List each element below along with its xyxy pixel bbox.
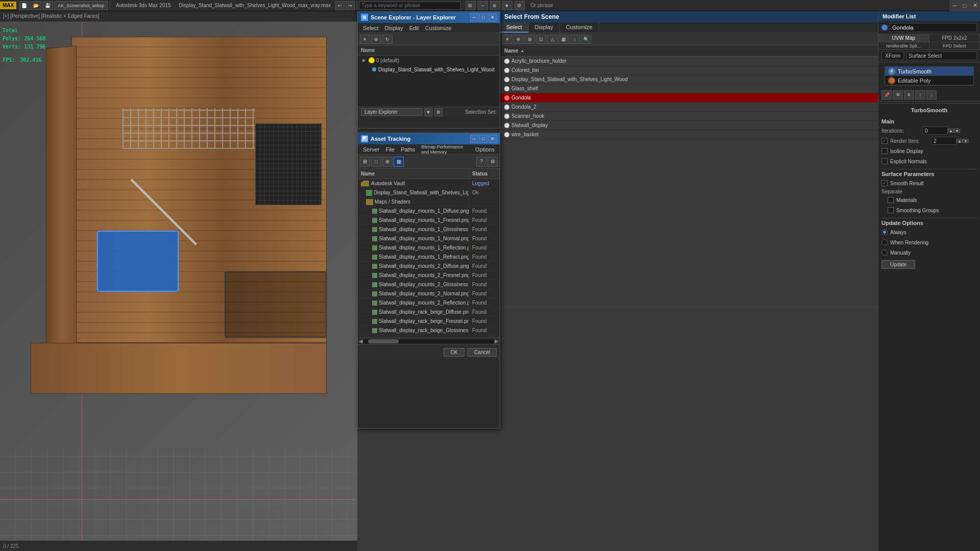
stack-delete-btn[interactable]: ✕: [904, 90, 914, 99]
le-layer-0[interactable]: ▶ 0 (default): [358, 56, 500, 65]
le-tool-3[interactable]: ↻: [382, 35, 393, 44]
scroll-track[interactable]: [363, 339, 495, 343]
sfs-tool-5[interactable]: △: [547, 35, 557, 44]
mod-tab-fpd[interactable]: FPD 2x2x2: [929, 34, 981, 42]
redo-btn[interactable]: ↪: [346, 1, 355, 10]
at-btn-3[interactable]: ⊕: [382, 157, 393, 167]
le-menu-edit[interactable]: Edit: [406, 23, 422, 33]
at-row-tex-0[interactable]: Slatwall_display_mounts_1_Diffuse.png Fo…: [358, 207, 500, 216]
at-settings-btn[interactable]: ⚙: [487, 157, 498, 167]
update-btn[interactable]: Update: [881, 260, 915, 269]
le-layer-1[interactable]: Display_Stand_Slatwall_with_Shelves_Ligh…: [358, 65, 500, 74]
iterations-down[interactable]: ▼: [954, 129, 960, 133]
mode-btn-1[interactable]: ⊞: [465, 1, 476, 10]
materials-checkbox[interactable]: [888, 197, 894, 203]
new-btn[interactable]: 📄: [19, 1, 30, 10]
scroll-thumb[interactable]: [368, 339, 399, 343]
viewport-canvas[interactable]: Total Polys: 264 568 Verts: 131 796 FPS:…: [0, 21, 357, 551]
close-btn[interactable]: ✕: [970, 0, 980, 11]
mod-subtab-2[interactable]: FPD Select: [929, 42, 981, 49]
at-row-tex-12[interactable]: Slatwall_display_rack_beige_Fresnel.png …: [358, 317, 500, 326]
undo-btn[interactable]: ↩: [335, 1, 345, 10]
sfs-tool-7[interactable]: ↕: [570, 35, 580, 44]
at-row-tex-5[interactable]: Slatwall_display_mounts_1_Refract.png Fo…: [358, 253, 500, 262]
sfs-tool-6[interactable]: ▦: [558, 35, 569, 44]
open-btn[interactable]: 📂: [31, 1, 41, 10]
at-row-vault[interactable]: Autodesk Vault Logged: [358, 179, 500, 188]
sfs-tab-select[interactable]: Select: [500, 22, 529, 33]
smooth-result-checkbox[interactable]: ✓: [881, 180, 888, 186]
layer-explorer-titlebar[interactable]: ⊞ Scene Explorer - Layer Explorer ─ □ ✕: [358, 12, 500, 23]
at-btn-1[interactable]: ⊞: [360, 157, 370, 167]
mode-btn-2[interactable]: ↔: [478, 1, 488, 10]
le-dropdown[interactable]: Layer Explorer: [361, 108, 422, 116]
smoothing-checkbox[interactable]: [888, 207, 894, 213]
at-row-tex-9[interactable]: Slatwall_display_mounts_2_Normal.png Fou…: [358, 289, 500, 298]
at-btn-2[interactable]: □: [371, 157, 381, 167]
stack-pin-btn[interactable]: 📌: [881, 90, 892, 99]
mod-subtab-1[interactable]: renderable Spli...: [878, 42, 929, 49]
always-radio[interactable]: [881, 229, 888, 235]
at-row-tex-14[interactable]: Slatwall_display_rack_beige_Reflection.p…: [358, 335, 500, 337]
le-menu-select[interactable]: Select: [360, 23, 382, 33]
keyword-search[interactable]: [359, 2, 461, 10]
sfs-tab-display[interactable]: Display: [529, 22, 560, 33]
at-menu-paths[interactable]: Paths: [398, 144, 418, 154]
mode-btn-5[interactable]: ⚙: [514, 1, 525, 10]
render-iters-up[interactable]: ▲: [957, 139, 963, 143]
maximize-btn[interactable]: □: [960, 0, 970, 11]
at-scroll-area[interactable]: Autodesk Vault Logged Display_Stand_Slat…: [358, 179, 500, 337]
le-tool-1[interactable]: ✕: [360, 35, 370, 44]
scroll-left-btn[interactable]: ◀: [359, 338, 363, 344]
mod-stack-turbosmooth[interactable]: ⚡ TurboSmooth: [885, 67, 973, 76]
at-maximize[interactable]: □: [479, 135, 487, 143]
stack-move-down-btn[interactable]: ↓: [926, 90, 937, 99]
at-btn-4[interactable]: ▦: [394, 157, 404, 167]
at-menu-bitmap[interactable]: Bitmap Performance and Memory: [418, 144, 472, 154]
render-iters-down[interactable]: ▼: [963, 139, 969, 143]
at-help-btn[interactable]: ?: [476, 157, 486, 167]
at-row-tex-13[interactable]: Slatwall_display_rack_beige_Glossiness.p…: [358, 326, 500, 335]
at-scrollbar-h[interactable]: ◀ ▶: [358, 337, 500, 344]
le-tool-2[interactable]: ⊕: [371, 35, 381, 44]
at-row-tex-11[interactable]: Slatwall_display_rack_beige_Diffuse.png …: [358, 308, 500, 317]
sfs-tab-customize[interactable]: Customize: [560, 22, 599, 33]
save-btn[interactable]: 💾: [42, 1, 53, 10]
sfs-tool-3[interactable]: ⊞: [525, 35, 535, 44]
xform-btn[interactable]: XForm: [881, 52, 904, 60]
when-rendering-radio[interactable]: [881, 239, 888, 245]
render-iters-input[interactable]: [931, 137, 957, 145]
at-close[interactable]: ✕: [488, 135, 497, 143]
explicit-normals-checkbox[interactable]: [881, 158, 888, 164]
mode-btn-3[interactable]: ⊕: [490, 1, 500, 10]
screenshot-btn[interactable]: AK_Screenshot_wrksp: [54, 1, 108, 10]
at-menu-file[interactable]: File: [382, 144, 398, 154]
at-row-tex-10[interactable]: Slatwall_display_mounts_2_Reflection.png…: [358, 298, 500, 308]
iterations-input[interactable]: [922, 127, 948, 135]
stack-show-btn[interactable]: 👁: [893, 90, 903, 99]
expand-icon-0[interactable]: ▶: [361, 57, 367, 63]
le-menu-display[interactable]: Display: [382, 23, 406, 33]
at-row-tex-6[interactable]: Slatwall_display_mounts_2_Diffuse.png Fo…: [358, 262, 500, 271]
at-row-maps[interactable]: Maps / Shaders: [358, 197, 500, 207]
sfs-tool-8[interactable]: 🔍: [581, 35, 591, 44]
at-minimize[interactable]: ─: [470, 135, 478, 143]
obj-color-swatch[interactable]: [881, 24, 888, 31]
le-menu-customize[interactable]: Customize: [422, 23, 455, 33]
at-row-file[interactable]: Display_Stand_Slatwall_with_Shelves_Ligh…: [358, 188, 500, 197]
manually-radio[interactable]: [881, 249, 888, 256]
le-maximize[interactable]: □: [479, 13, 487, 21]
sfs-tool-4[interactable]: ⊡: [536, 35, 546, 44]
at-ok-btn[interactable]: OK: [444, 348, 464, 357]
at-row-tex-3[interactable]: Slatwall_display_mounts_1_Normal.png Fou…: [358, 234, 500, 243]
render-iters-checkbox[interactable]: ✓: [881, 138, 888, 144]
mode-btn-4[interactable]: ★: [502, 1, 512, 10]
at-menu-server[interactable]: Server: [360, 144, 382, 154]
at-row-tex-1[interactable]: Slatwall_display_mounts_1_Fresnel.png Fo…: [358, 216, 500, 225]
at-row-tex-2[interactable]: Slatwall_display_mounts_1_Glossiness.png…: [358, 225, 500, 234]
mod-stack-editpoly[interactable]: ⬡ Editable Poly: [885, 76, 973, 85]
surface-select-btn[interactable]: Surface Select: [906, 52, 977, 60]
le-settings-btn[interactable]: ⚙: [434, 108, 443, 116]
le-close[interactable]: ✕: [488, 13, 497, 21]
le-dropdown-arrow[interactable]: ▼: [424, 108, 432, 116]
